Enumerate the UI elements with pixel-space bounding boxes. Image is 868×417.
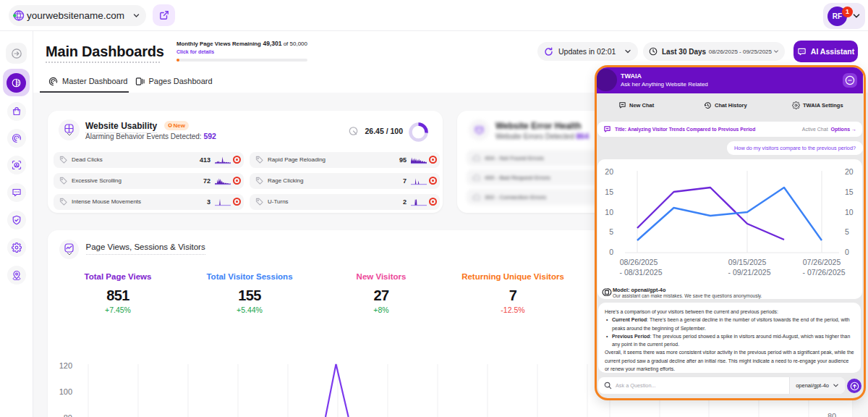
svg-text:20: 20 — [845, 167, 854, 176]
svg-text:0: 0 — [845, 248, 849, 256]
svg-text:20: 20 — [605, 167, 613, 176]
svg-text:0: 0 — [609, 248, 613, 256]
svg-text:15: 15 — [845, 188, 854, 196]
svg-text:- 07/26/2025: - 07/26/2025 — [803, 268, 846, 277]
svg-text:- 08/31/2025: - 08/31/2025 — [620, 268, 663, 277]
svg-text:- 09/21/2025: - 09/21/2025 — [728, 268, 771, 277]
svg-text:09/15/2025: 09/15/2025 — [728, 258, 767, 266]
svg-text:08/26/2025: 08/26/2025 — [620, 258, 658, 266]
svg-text:15: 15 — [605, 188, 613, 196]
svg-text:10: 10 — [845, 208, 854, 216]
svg-text:5: 5 — [609, 227, 613, 236]
svg-text:07/26/2025: 07/26/2025 — [803, 258, 841, 266]
svg-text:80: 80 — [827, 412, 836, 417]
svg-text:10: 10 — [605, 208, 613, 216]
svg-text:Our assistant can make mistake: Our assistant can make mistakes. We save… — [613, 293, 762, 299]
svg-text:5: 5 — [845, 227, 849, 236]
svg-text:Model: openai/gpt-4o: Model: openai/gpt-4o — [613, 287, 666, 293]
